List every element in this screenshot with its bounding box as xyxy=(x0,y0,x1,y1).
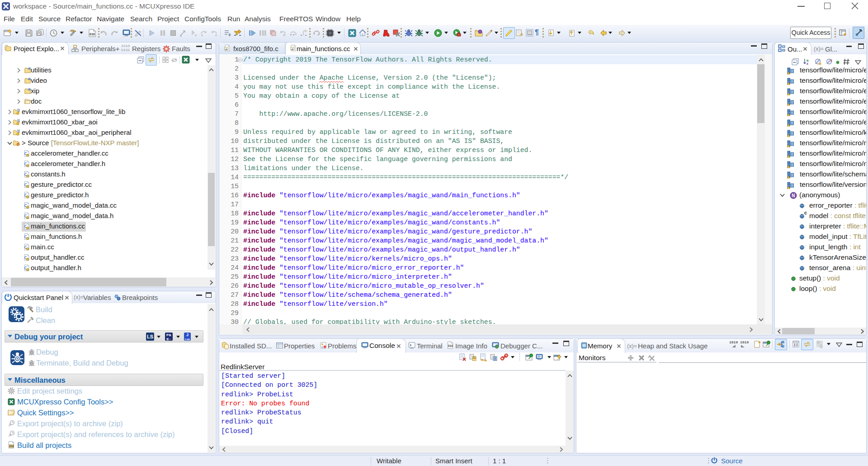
svg-text:010: 010 xyxy=(90,33,95,36)
svg-text:s: s xyxy=(830,58,832,62)
svg-text:R: R xyxy=(283,33,286,37)
